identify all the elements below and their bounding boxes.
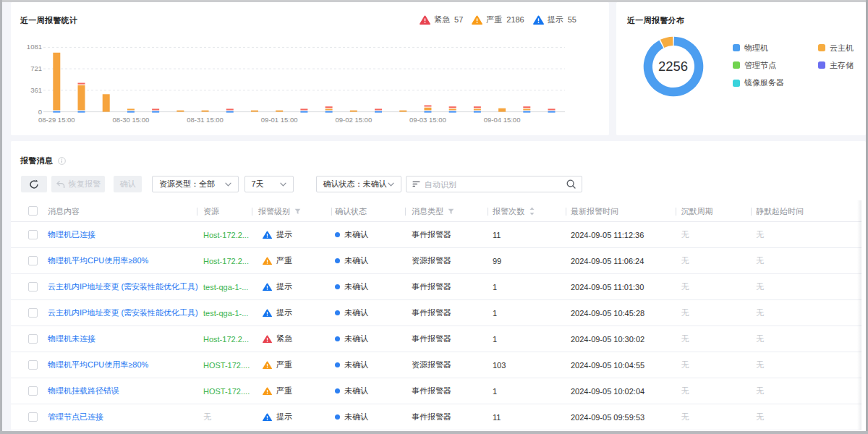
confirm-button[interactable]: 确认: [114, 176, 142, 192]
column-header-1[interactable]: 资源: [203, 200, 219, 222]
table-row: 物理机平均CPU使用率≥80%Host-172.2...严重未确认资源报警器99…: [11, 248, 861, 274]
row-checkbox[interactable]: [28, 412, 38, 422]
stats-legend-count: 55: [568, 15, 576, 24]
message-link[interactable]: 物理机已连接: [48, 222, 95, 247]
ack-status-select[interactable]: 确认状态：未确认: [316, 176, 401, 192]
column-header-label: 报警级别: [258, 206, 290, 217]
message-type-cell: 事件报警器: [412, 404, 451, 430]
period-select[interactable]: 7天: [244, 176, 294, 192]
svg-text:09-03 15:00: 09-03 15:00: [409, 116, 446, 124]
column-header-4[interactable]: 消息类型: [412, 200, 454, 222]
severity-label: 严重: [276, 359, 292, 370]
search-input[interactable]: [425, 180, 566, 189]
dist-legend-item-1[interactable]: 云主机: [818, 43, 854, 54]
dist-card-title: 近一周报警分布: [627, 15, 684, 26]
column-header-2[interactable]: 报警级别: [258, 200, 301, 222]
stats-legend-item-0[interactable]: 紧急57: [420, 14, 463, 25]
resource-link[interactable]: Host-172.2...: [203, 248, 249, 273]
row-checkbox[interactable]: [28, 334, 38, 344]
status-dot: [335, 336, 340, 341]
severity-triangle-icon: [263, 231, 272, 239]
resource-link[interactable]: HOST-172....: [203, 378, 250, 404]
message-link[interactable]: 管理节点已连接: [48, 404, 103, 430]
search-icon[interactable]: [566, 179, 576, 189]
resource-type-select[interactable]: 资源类型：全部: [152, 176, 239, 192]
severity-cell: 紧急: [258, 326, 292, 352]
message-link[interactable]: 云主机内IP地址变更 (需安装性能优化工具): [48, 274, 198, 299]
severity-triangle-icon: [533, 15, 544, 25]
resource-link[interactable]: test-qga-1-...: [203, 300, 248, 326]
silence-period-cell: 无: [681, 274, 689, 299]
status-dot: [335, 414, 340, 420]
message-link[interactable]: 物理机平均CPU使用率≥80%: [48, 352, 148, 378]
restore-alarm-label: 恢复报警: [69, 179, 101, 190]
column-header-5[interactable]: 报警次数: [493, 200, 535, 222]
ack-status-cell: 未确认: [335, 274, 368, 299]
column-header-3[interactable]: 确认状态: [335, 200, 367, 222]
severity-cell: 严重: [258, 248, 292, 273]
row-checkbox[interactable]: [28, 386, 38, 396]
row-checkbox[interactable]: [28, 230, 38, 239]
dist-legend-item-3[interactable]: 主存储: [818, 60, 854, 71]
info-icon[interactable]: [58, 157, 66, 165]
column-header-label: 确认状态: [335, 206, 367, 217]
legend-chip: [733, 80, 740, 87]
resource-link[interactable]: Host-172.2...: [203, 326, 249, 352]
restore-alarm-button[interactable]: 恢复报警: [51, 176, 105, 192]
status-dot: [335, 310, 340, 315]
svg-text:721: 721: [30, 64, 42, 72]
dist-legend-item-2[interactable]: 管理节点: [733, 60, 776, 71]
resource-link[interactable]: HOST-172....: [203, 352, 250, 378]
legend-chip: [733, 44, 740, 51]
weekly-alarm-distribution-card: 近一周报警分布 2256 物理机云主机管理节点主存储镜像服务器: [616, 2, 866, 135]
row-checkbox[interactable]: [28, 256, 38, 265]
resource-link[interactable]: test-qga-1-...: [203, 274, 248, 299]
sort-icon[interactable]: [529, 207, 535, 216]
filter-funnel-icon[interactable]: [294, 208, 301, 215]
message-type-cell: 事件报警器: [412, 326, 451, 352]
status-dot: [335, 258, 340, 263]
svg-text:0: 0: [38, 108, 42, 116]
refresh-icon: [29, 179, 39, 190]
stats-legend-item-2[interactable]: 提示55: [533, 14, 576, 25]
severity-label: 提示: [276, 281, 292, 292]
dist-legend-item-4[interactable]: 镜像服务器: [733, 77, 784, 88]
ack-status-cell: 未确认: [335, 300, 368, 326]
ack-status-cell: 未确认: [335, 352, 368, 378]
column-header-6[interactable]: 最新报警时间: [571, 200, 618, 222]
alarm-count-cell: 103: [493, 352, 506, 378]
severity-cell: 提示: [258, 222, 292, 247]
column-separator: [751, 208, 752, 216]
search-box: [406, 176, 582, 192]
stats-legend-label: 紧急: [434, 14, 450, 25]
severity-triangle-icon: [263, 387, 272, 396]
resource-link[interactable]: Host-172.2...: [203, 222, 249, 247]
column-header-7[interactable]: 沉默周期: [681, 200, 713, 222]
row-checkbox[interactable]: [28, 308, 38, 318]
severity-label: 提示: [276, 229, 292, 240]
message-link[interactable]: 云主机内IP地址变更 (需安装性能优化工具): [48, 300, 198, 326]
message-link[interactable]: 物理机挂载路径错误: [48, 378, 119, 404]
stats-legend-item-1[interactable]: 严重2186: [472, 14, 524, 25]
row-checkbox[interactable]: [28, 282, 38, 292]
svg-text:08-30 15:00: 08-30 15:00: [113, 116, 150, 124]
row-checkbox[interactable]: [28, 360, 38, 370]
dist-legend-item-0[interactable]: 物理机: [733, 43, 768, 54]
severity-triangle-icon: [420, 15, 430, 25]
column-separator: [331, 208, 332, 216]
undo-icon: [56, 180, 65, 189]
period-value: 7天: [252, 179, 264, 190]
latest-alarm-time-cell: 2024-09-05 10:45:28: [571, 300, 644, 326]
select-all-checkbox[interactable]: [28, 206, 38, 216]
message-link[interactable]: 物理机平均CPU使用率≥80%: [48, 248, 148, 273]
filter-funnel-icon[interactable]: [448, 208, 454, 215]
alarm-count-cell: 11: [493, 222, 501, 247]
ack-status-cell: 未确认: [335, 248, 368, 273]
message-link[interactable]: 物理机未连接: [48, 326, 95, 352]
column-header-8[interactable]: 静默起始时间: [756, 200, 804, 222]
column-header-0[interactable]: 消息内容: [48, 200, 80, 222]
resource-type-value: 资源类型：全部: [159, 179, 215, 190]
refresh-button[interactable]: [21, 176, 47, 192]
legend-chip: [818, 44, 825, 51]
latest-alarm-time-cell: 2024-09-05 11:06:24: [571, 248, 644, 273]
